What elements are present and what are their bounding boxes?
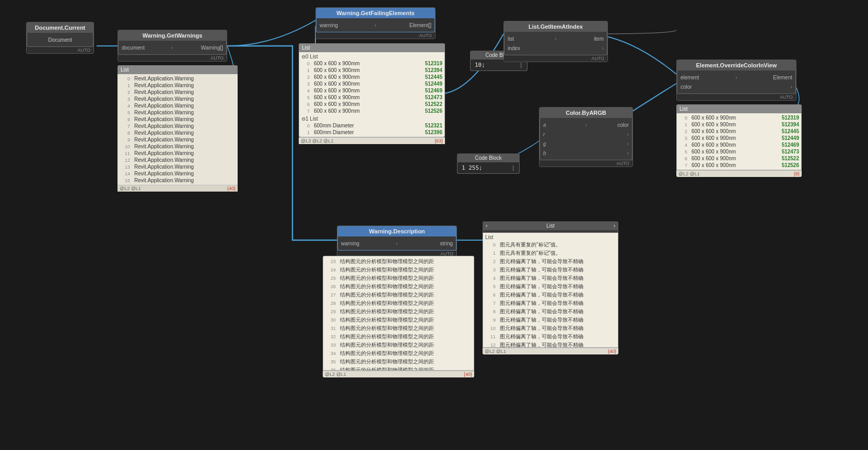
warning-description-node: Warning.Description warning › string AUT… <box>337 226 457 257</box>
list-item: 1Revit.Application.Warning <box>120 82 236 89</box>
list-item: 4Revit.Application.Warning <box>120 102 236 109</box>
list-item: 5Revit.Application.Warning <box>120 109 236 116</box>
warning-get-warnings-header: Warning.GetWarnings <box>118 30 227 41</box>
watch-node: › List › List 0图元具有重复的"标记"值。1图元具有重复的"标记"… <box>483 221 618 354</box>
list-item: 10Revit.Application.Warning <box>120 143 236 150</box>
list-item: 5600 x 600 x 900nm512473 <box>679 148 799 155</box>
warning-get-failing-header: Warning.GetFailingElements <box>316 8 435 18</box>
list-item: 30结构图元的分析模型和物理模型之间的距 <box>325 316 472 324</box>
list-item: 7600 x 600 x 900mm512526 <box>301 108 442 114</box>
code-block-2-body: 1 255; | <box>457 162 520 174</box>
color-by-argb-header: Color.ByARGB <box>539 108 632 118</box>
list-item: 14Revit.Application.Warning <box>120 170 236 177</box>
elements-list-body: ⊖0 List 0600 x 600 x 900mm5123191600 x 6… <box>299 52 445 137</box>
watch-footer: @L2 @L1 {40} <box>483 348 618 354</box>
elements-list-footer: @L3 @L2 @L1 {63} <box>299 137 445 144</box>
elements-list-header: List <box>299 43 445 52</box>
watch-header: › List › <box>483 221 618 230</box>
list-item: 11Revit.Application.Warning <box>120 150 236 157</box>
list-item: 0600 x 600 x 900nm512319 <box>679 114 799 121</box>
result-list-node: List 0600 x 600 x 900nm5123191600 x 600 … <box>676 104 802 177</box>
list-item: 24结构图元的分析模型和物理模型之间的距 <box>325 266 472 274</box>
warning-get-failing-node: Warning.GetFailingElements warning › Ele… <box>315 7 436 39</box>
list-item: 0600mm Diameter512321 <box>301 122 442 129</box>
element-override-node: Element.OverrideColorInView element › El… <box>676 60 796 101</box>
list-item: 13Revit.Application.Warning <box>120 163 236 170</box>
list-item: 7Revit.Application.Warning <box>120 123 236 129</box>
list-item: 0图元具有重复的"标记"值。 <box>485 241 616 249</box>
list-item: 12图元稍偏离了轴，可能会导致不精确 <box>485 341 616 348</box>
list-item: 0600 x 600 x 900mm512319 <box>301 60 442 67</box>
list-item: 6Revit.Application.Warning <box>120 116 236 123</box>
list-item: 3图元稍偏离了轴，可能会导致不精确 <box>485 266 616 274</box>
element-override-header: Element.OverrideColorInView <box>677 60 796 70</box>
warning-get-warnings-node: Warning.GetWarnings document › Warning[]… <box>118 30 227 62</box>
list-item: 26结构图元的分析模型和物理模型之间的距 <box>325 282 472 291</box>
list-item: 9Revit.Application.Warning <box>120 136 236 143</box>
result-list-footer: @L2 @L1 {8} <box>676 170 802 177</box>
list-get-item-header: List.GetItemAtIndex <box>504 21 607 32</box>
result-list-body: 0600 x 600 x 900nm5123191600 x 600 x 900… <box>676 113 802 170</box>
list-item: 6图元稍偏离了轴，可能会导致不精确 <box>485 291 616 299</box>
list-item: 2Revit.Application.Warning <box>120 89 236 96</box>
list-item: 2600 x 600 x 900nm512445 <box>679 128 799 135</box>
list-item: 25结构图元的分析模型和物理模型之间的距 <box>325 274 472 282</box>
list-item: 9图元稍偏离了轴，可能会导致不精确 <box>485 316 616 324</box>
list-item: 7图元稍偏离了轴，可能会导致不精确 <box>485 299 616 307</box>
list-item: 5图元稍偏离了轴，可能会导致不精确 <box>485 282 616 291</box>
list-item: 29结构图元的分析模型和物理模型之间的距 <box>325 307 472 316</box>
list-item: 35结构图元的分析模型和物理模型之间的距 <box>325 358 472 366</box>
list-item: 8图元稍偏离了轴，可能会导致不精确 <box>485 307 616 316</box>
description-list-body: 23结构图元的分析模型和物理模型之间的距24结构图元的分析模型和物理模型之间的距… <box>323 256 474 371</box>
list-item: 2图元稍偏离了轴，可能会导致不精确 <box>485 257 616 266</box>
list-item: 11图元稍偏离了轴，可能会导致不精确 <box>485 333 616 341</box>
list-item: 31结构图元的分析模型和物理模型之间的距 <box>325 324 472 333</box>
list-item: 1图元具有重复的"标记"值。 <box>485 249 616 257</box>
list-item: 4600 x 600 x 900mm512469 <box>301 87 442 94</box>
code-block-2-header: Code Block <box>457 153 520 162</box>
list-item: 10图元稍偏离了轴，可能会导致不精确 <box>485 324 616 333</box>
warning-list-body: 0Revit.Application.Warning1Revit.Applica… <box>118 74 238 185</box>
list-item: 2600 x 600 x 900mm512445 <box>301 74 442 80</box>
list-item: 3600 x 600 x 900mm512449 <box>301 80 442 87</box>
list-item: 36结构图元的分析模型和物理模型之间的距 <box>325 366 472 371</box>
result-list-header: List <box>676 104 802 113</box>
warning-list-node: List 0Revit.Application.Warning1Revit.Ap… <box>118 65 238 192</box>
color-by-argb-node: Color.ByARGB a › color r › g › b › AUTO <box>539 107 633 167</box>
list-item: 12Revit.Application.Warning <box>120 157 236 163</box>
document-current-node: Document.Current Document AUTO <box>26 22 94 54</box>
list-item: 23结构图元的分析模型和物理模型之间的距 <box>325 257 472 266</box>
document-current-header: Document.Current <box>27 22 93 33</box>
description-list-footer: @L2 @L1 {40} <box>323 371 474 377</box>
list-item: 6600 x 600 x 900mm512522 <box>301 101 442 108</box>
list-item: 7600 x 600 x 900nm512526 <box>679 162 799 169</box>
list-item: 32结构图元的分析模型和物理模型之间的距 <box>325 333 472 341</box>
list-item: 4600 x 600 x 900nm512469 <box>679 141 799 148</box>
description-list-node: 23结构图元的分析模型和物理模型之间的距24结构图元的分析模型和物理模型之间的距… <box>323 256 474 377</box>
list-item: 0Revit.Application.Warning <box>120 75 236 82</box>
list-item: 1600mm Diameter512396 <box>301 129 442 136</box>
warning-list-footer: @L2 @L1 {40} <box>118 185 238 192</box>
code-block-2-node: Code Block 1 255; | <box>457 153 520 174</box>
list-item: 27结构图元的分析模型和物理模型之间的距 <box>325 291 472 299</box>
warning-description-header: Warning.Description <box>337 226 456 236</box>
elements-list-node: List ⊖0 List 0600 x 600 x 900mm512319160… <box>299 43 445 144</box>
list-item: 15Revit.Application.Warning <box>120 177 236 184</box>
list-item: 1600 x 600 x 900mm512394 <box>301 67 442 74</box>
list-item: 33结构图元的分析模型和物理模型之间的距 <box>325 341 472 349</box>
list-get-item-node: List.GetItemAtIndex list › item index › … <box>503 21 608 62</box>
list-item: 6600 x 600 x 900nm512522 <box>679 155 799 162</box>
list-item: 1600 x 600 x 900nm512394 <box>679 121 799 128</box>
watch-list-body: List 0图元具有重复的"标记"值。1图元具有重复的"标记"值。2图元稍偏离了… <box>483 233 618 348</box>
list-item: 5600 x 600 x 900mm512473 <box>301 94 442 101</box>
warning-list-header: List <box>118 65 238 74</box>
list-item: 4图元稍偏离了轴，可能会导致不精确 <box>485 274 616 282</box>
list-item: 8Revit.Application.Warning <box>120 129 236 136</box>
list-item: 3600 x 600 x 900nm512449 <box>679 135 799 141</box>
list-item: 28结构图元的分析模型和物理模型之间的距 <box>325 299 472 307</box>
list-item: 34结构图元的分析模型和物理模型之间的距 <box>325 349 472 358</box>
list-item: 3Revit.Application.Warning <box>120 96 236 102</box>
